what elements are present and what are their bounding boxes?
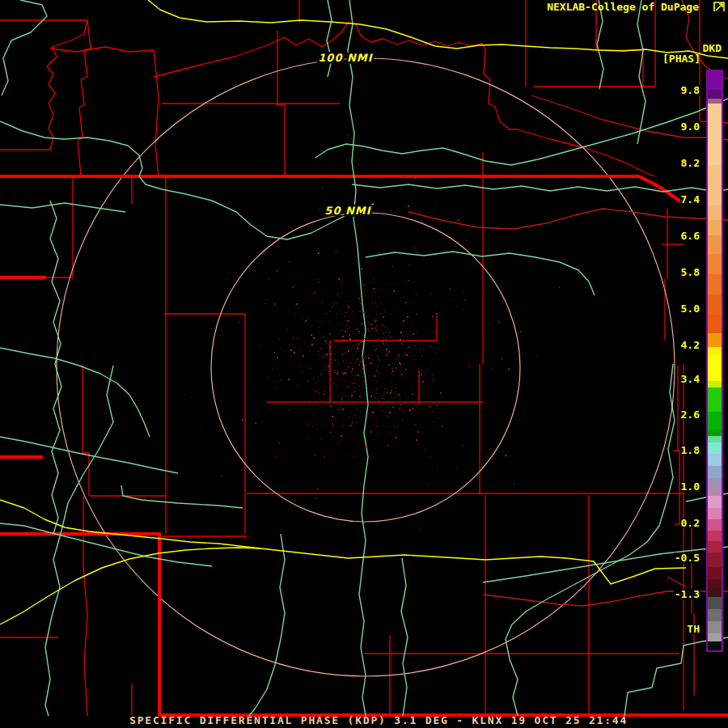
kdp-echo-speckles bbox=[324, 356, 324, 357]
kdp-echo-speckles bbox=[409, 402, 410, 403]
kdp-echo-speckles bbox=[404, 336, 404, 337]
color-scale-tick-label: -1.3 bbox=[674, 589, 700, 599]
color-scale-tick-label: 2.6 bbox=[680, 409, 700, 420]
kdp-echo-speckles bbox=[384, 309, 385, 310]
color-scale-stop bbox=[708, 486, 722, 496]
color-scale-tick-label: 0.2 bbox=[680, 518, 700, 528]
kdp-echo-speckles bbox=[340, 407, 341, 408]
kdp-echo-speckles bbox=[379, 359, 379, 360]
kdp-echo-speckles bbox=[350, 382, 351, 383]
kdp-echo-speckles bbox=[377, 348, 378, 349]
kdp-echo-speckles bbox=[414, 248, 415, 248]
kdp-echo-speckles bbox=[347, 135, 348, 136]
kdp-echo-speckles bbox=[345, 381, 345, 382]
kdp-echo-speckles bbox=[366, 389, 366, 390]
kdp-echo-speckles bbox=[428, 406, 429, 407]
kdp-echo-speckles bbox=[376, 370, 377, 370]
kdp-echo-speckles bbox=[396, 384, 396, 385]
kdp-echo-speckles bbox=[340, 324, 341, 325]
kdp-echo-speckles bbox=[327, 387, 328, 387]
kdp-echo-speckles bbox=[491, 369, 492, 370]
color-scale-stop bbox=[708, 541, 722, 552]
kdp-echo-speckles bbox=[330, 358, 332, 359]
kdp-echo-speckles bbox=[276, 270, 277, 272]
kdp-echo-speckles bbox=[401, 420, 402, 421]
kdp-echo-speckles bbox=[327, 353, 328, 355]
kdp-echo-speckles bbox=[383, 316, 384, 318]
kdp-echo-speckles bbox=[358, 164, 359, 165]
kdp-echo-speckles bbox=[242, 419, 243, 421]
kdp-echo-speckles bbox=[489, 324, 490, 325]
kdp-echo-speckles bbox=[400, 363, 401, 365]
kdp-echo-speckles bbox=[277, 357, 278, 358]
kdp-echo-speckles bbox=[409, 347, 410, 348]
kdp-echo-speckles bbox=[325, 341, 327, 342]
kdp-echo-speckles bbox=[350, 362, 351, 363]
kdp-echo-speckles bbox=[422, 356, 423, 357]
kdp-echo-speckles bbox=[421, 350, 421, 351]
kdp-echo-speckles bbox=[425, 449, 425, 450]
kdp-echo-speckles bbox=[413, 355, 414, 356]
kdp-echo-speckles bbox=[319, 392, 320, 393]
kdp-echo-speckles bbox=[341, 380, 341, 381]
kdp-echo-speckles bbox=[388, 357, 389, 358]
kdp-echo-speckles bbox=[280, 349, 281, 349]
kdp-echo-speckles bbox=[306, 422, 307, 423]
kdp-echo-speckles bbox=[468, 362, 469, 362]
kdp-echo-speckles bbox=[274, 303, 276, 305]
kdp-echo-speckles bbox=[408, 397, 408, 398]
kdp-echo-speckles bbox=[307, 425, 308, 425]
kdp-echo-speckles bbox=[432, 317, 433, 318]
kdp-echo-speckles bbox=[392, 374, 392, 375]
kdp-echo-speckles bbox=[287, 491, 288, 492]
kdp-echo-speckles bbox=[318, 279, 319, 280]
color-scale-stop bbox=[708, 436, 722, 442]
color-scale-stop bbox=[708, 609, 722, 621]
kdp-echo-speckles bbox=[361, 430, 362, 431]
kdp-echo-speckles bbox=[331, 351, 332, 352]
kdp-echo-speckles bbox=[426, 369, 427, 370]
kdp-echo-speckles bbox=[287, 328, 288, 329]
kdp-echo-speckles bbox=[359, 311, 361, 312]
color-scale-stop bbox=[708, 104, 722, 165]
kdp-echo-speckles bbox=[367, 328, 368, 329]
kdp-echo-speckles bbox=[276, 381, 277, 382]
kdp-echo-speckles bbox=[380, 349, 381, 350]
kdp-echo-speckles bbox=[311, 366, 311, 366]
kdp-echo-speckles bbox=[352, 368, 353, 370]
kdp-echo-speckles bbox=[377, 356, 378, 357]
kdp-echo-speckles bbox=[414, 359, 415, 360]
color-scale-tick-label: 7.4 bbox=[680, 194, 700, 205]
kdp-echo-speckles bbox=[335, 337, 336, 338]
kdp-echo-speckles bbox=[335, 378, 336, 379]
kdp-echo-speckles bbox=[368, 413, 369, 414]
kdp-echo-speckles bbox=[345, 316, 345, 317]
kdp-echo-speckles bbox=[403, 369, 404, 370]
popout-icon[interactable] bbox=[713, 2, 725, 12]
kdp-echo-speckles bbox=[365, 358, 366, 359]
kdp-echo-speckles bbox=[383, 337, 383, 338]
kdp-echo-speckles bbox=[392, 314, 392, 315]
kdp-echo-speckles bbox=[400, 309, 400, 310]
kdp-echo-speckles bbox=[397, 428, 398, 429]
county-boundary-line bbox=[154, 50, 159, 176]
kdp-echo-speckles bbox=[305, 320, 307, 322]
kdp-echo-speckles bbox=[345, 312, 346, 313]
kdp-echo-speckles bbox=[336, 294, 338, 295]
kdp-echo-speckles bbox=[402, 336, 403, 336]
river-line bbox=[0, 348, 150, 437]
kdp-echo-speckles bbox=[262, 421, 263, 422]
kdp-echo-speckles bbox=[361, 324, 362, 325]
kdp-echo-speckles bbox=[376, 381, 377, 382]
kdp-echo-speckles bbox=[505, 455, 506, 456]
kdp-echo-speckles bbox=[367, 388, 368, 389]
color-scale-stop bbox=[708, 347, 722, 355]
kdp-echo-speckles bbox=[358, 347, 358, 348]
kdp-echo-speckles bbox=[433, 411, 434, 412]
color-scale-stop bbox=[708, 165, 722, 205]
kdp-echo-speckles bbox=[355, 415, 356, 416]
kdp-echo-speckles bbox=[322, 188, 323, 189]
kdp-echo-speckles bbox=[360, 265, 361, 266]
kdp-echo-speckles bbox=[338, 333, 339, 334]
kdp-echo-speckles bbox=[365, 370, 366, 372]
